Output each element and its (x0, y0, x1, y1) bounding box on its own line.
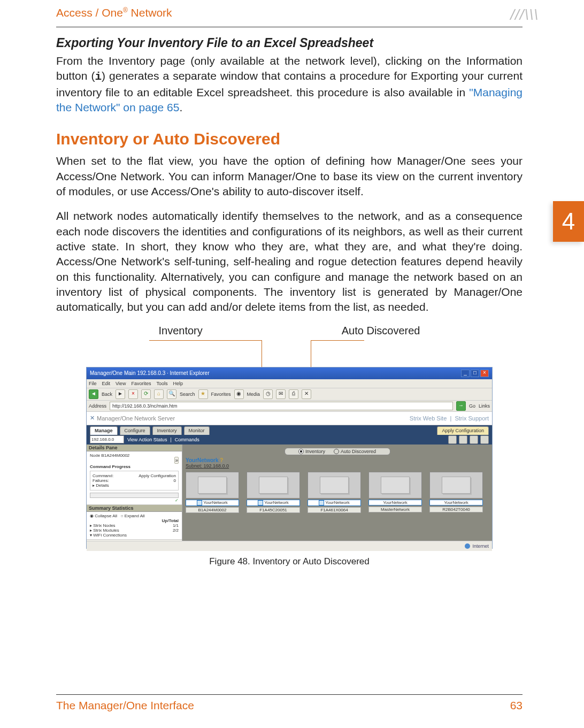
help-icon[interactable]: ? (220, 457, 223, 463)
node-icon (429, 472, 483, 499)
page-footer: The Manager/One Interface 63 (56, 694, 522, 712)
figure-caption: Figure 48. Inventory or Auto Discovered (56, 556, 522, 567)
radio-collapse[interactable]: ◉ (90, 514, 95, 518)
command-value: Apply Configuration (139, 473, 176, 478)
brand-title: Manager/One Network Server (97, 415, 175, 422)
strix-icon[interactable]: ✕ (302, 389, 311, 399)
forward-button[interactable]: ► (116, 389, 125, 399)
links-label: Links (479, 403, 490, 409)
node-checkbox[interactable] (197, 500, 202, 505)
node-checkbox[interactable] (258, 500, 263, 505)
radio-inventory[interactable] (298, 449, 304, 454)
window-titlebar: Manager/One Main 192.168.0.3 · Internet … (87, 367, 492, 379)
stop-icon[interactable]: × (128, 389, 138, 399)
node-item[interactable]: YourNetwork F1A461X0064 (308, 472, 361, 513)
maximize-button[interactable]: □ (471, 370, 479, 377)
menu-help[interactable]: Help (173, 381, 183, 386)
tab-monitor[interactable]: Monitor (184, 426, 210, 435)
media-icon[interactable]: ◉ (234, 389, 244, 399)
left-sidebar: Details Pane Node B1A244M0002 » Command … (87, 445, 182, 541)
node-checkbox[interactable] (319, 500, 324, 505)
header-logo-icon: ///\\\ (510, 6, 539, 24)
callout-auto-discovered: Auto Discovered (342, 325, 420, 337)
summary-header: Summary Statistics (87, 505, 182, 512)
section-paragraph-1: When set to the flat view, you have the … (56, 154, 522, 199)
home-icon[interactable]: ⌂ (154, 389, 164, 399)
toolbar-icon-1[interactable] (448, 435, 457, 444)
subsection-paragraph: From the Inventory page (only available … (56, 53, 522, 115)
radio-auto-discovered[interactable] (334, 449, 339, 454)
node-item[interactable]: YourNetwork B1A244M0002 (186, 472, 239, 513)
ip-input[interactable]: 192.168.0.0 (90, 435, 124, 443)
refresh-icon[interactable]: ⟳ (141, 389, 151, 399)
address-input[interactable]: http://192.168.0.3/nc/main.htm (110, 402, 453, 410)
footer-section-title: The Manager/One Interface (56, 699, 194, 712)
node-id: R2B042T0040 (429, 507, 483, 512)
node-label: Node B1A244M0002 (90, 453, 179, 458)
menu-file[interactable]: File (89, 381, 97, 386)
apply-configuration-button[interactable]: Apply Configuration (437, 426, 489, 435)
window-title: Manager/One Main 192.168.0.3 · Internet … (90, 370, 209, 376)
history-icon[interactable]: ◷ (263, 389, 273, 399)
back-button[interactable]: ◄ (89, 389, 98, 399)
menu-tools[interactable]: Tools (156, 381, 167, 386)
section-paragraph-2: All network nodes automatically identify… (56, 209, 522, 315)
tab-manage[interactable]: Manage (90, 426, 118, 435)
minimize-button[interactable]: _ (461, 370, 470, 377)
node-item[interactable]: YourNetwork MasterNetwork (368, 472, 422, 513)
commands-link[interactable]: Commands (175, 437, 199, 442)
menu-favorites[interactable]: Favorites (131, 381, 151, 386)
section-title: Inventory or Auto Discovered (56, 130, 522, 148)
link-strix-site[interactable]: Strix Web Site (410, 415, 447, 422)
toolbar-icon-4[interactable] (480, 435, 489, 444)
browser-toolbar: ◄ Back ► × ⟳ ⌂ 🔍 Search ★ Favorites ◉ Me… (87, 388, 492, 401)
node-id: MasterNetwork (368, 507, 422, 512)
go-button[interactable]: → (456, 401, 466, 411)
header-suffix: Network (128, 6, 172, 19)
toolbar-icon-3[interactable] (470, 435, 478, 444)
callout-leader-lines (86, 340, 493, 367)
command-label: Command: (93, 473, 113, 478)
favorites-label: Favorites (211, 392, 231, 397)
node-item[interactable]: YourNetwork R2B042T0040 (429, 472, 483, 513)
view-mode-selector: Inventory Auto Discovered (285, 448, 390, 456)
details-label: Details (96, 483, 109, 488)
main-tabs: Manage Configure Inventory Monitor Apply… (87, 425, 492, 435)
node-item[interactable]: YourNetwork F1A45C20051 (247, 472, 300, 513)
collapse-pane-button[interactable]: » (174, 457, 179, 464)
node-icon (308, 472, 361, 499)
subsection-title: Exporting Your Inventory File to an Exce… (56, 36, 522, 50)
tab-configure[interactable]: Configure (120, 426, 150, 435)
network-name[interactable]: YourNetwork (186, 457, 219, 463)
command-progress-header: Command Progress (90, 464, 179, 469)
favorites-icon[interactable]: ★ (198, 389, 208, 399)
node-id: F1A461X0064 (308, 507, 361, 513)
tab-inventory[interactable]: Inventory (152, 426, 182, 435)
link-strix-support[interactable]: Strix Support (455, 415, 489, 422)
node-id: B1A244M0002 (186, 507, 239, 513)
callout-inventory: Inventory (158, 325, 202, 337)
failures-value: 0 (174, 478, 176, 483)
menu-edit[interactable]: Edit (102, 381, 111, 386)
registered-mark: ® (123, 6, 128, 14)
media-label: Media (247, 392, 260, 397)
search-label: Search (180, 392, 195, 397)
radio-expand[interactable]: ○ (121, 514, 125, 518)
back-label: Back (102, 392, 112, 397)
status-bar: Internet (87, 541, 492, 551)
search-icon[interactable]: 🔍 (167, 389, 176, 399)
table-row: ▾ WiFi Connections (90, 533, 179, 538)
close-button[interactable]: × (480, 370, 489, 377)
view-action-status-link[interactable]: View Action Status (127, 437, 167, 442)
toolbar-icon-2[interactable] (459, 435, 467, 444)
print-icon[interactable]: ⎙ (289, 389, 298, 399)
menu-view[interactable]: View (116, 381, 126, 386)
screenshot-manager-one: Manager/One Main 192.168.0.3 · Internet … (86, 367, 493, 549)
subnet-value[interactable]: 192.168.0.0 (204, 463, 229, 469)
up-total-col: Up/Total (90, 518, 179, 523)
address-label: Address (89, 403, 106, 409)
figure-48: Inventory Auto Discovered Manager/One Ma… (56, 325, 522, 567)
mail-icon[interactable]: ✉ (276, 389, 286, 399)
page-number: 63 (510, 699, 522, 712)
main-content-pane: Inventory Auto Discovered YourNetwork ? … (182, 445, 492, 541)
